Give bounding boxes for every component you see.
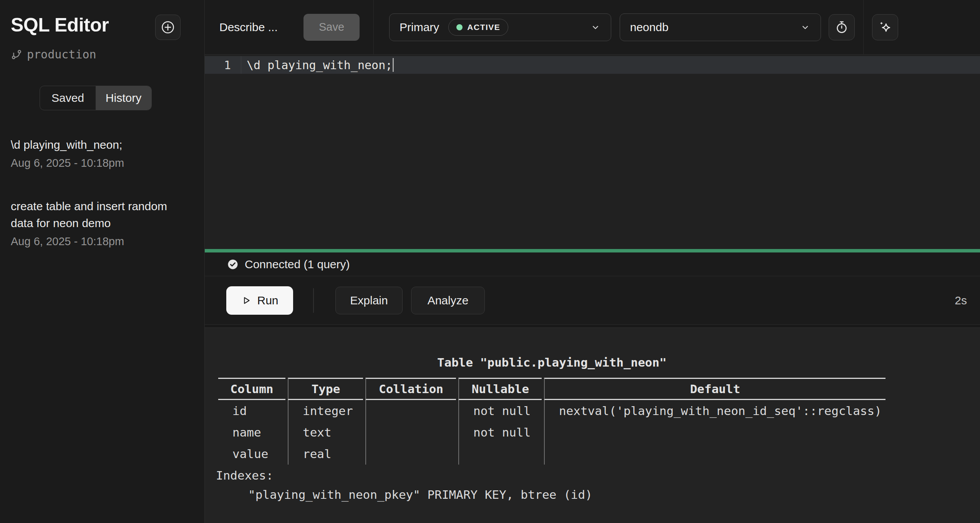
topbar: Describe ... Save Primary ACTIVE neondb <box>205 0 980 55</box>
sql-editor-app: SQL Editor pro <box>0 0 980 523</box>
plus-circle-icon <box>161 20 175 35</box>
connection-status-bar: Connected (1 query) <box>205 252 980 276</box>
column-header: Nullable <box>458 378 542 400</box>
page-title: SQL Editor <box>11 14 109 36</box>
table-cell: real <box>288 443 363 465</box>
ai-assist-button[interactable] <box>872 14 898 40</box>
history-item-date: Aug 6, 2025 - 10:18pm <box>11 235 189 248</box>
check-circle-icon <box>227 259 239 270</box>
column-header: Collation <box>365 378 456 400</box>
topbar-controls: Primary ACTIVE neondb <box>374 0 980 54</box>
history-item-title: create table and insert random data for … <box>11 198 189 232</box>
table-cell: name <box>218 422 285 443</box>
action-divider <box>313 288 314 313</box>
branch-select[interactable]: Primary ACTIVE <box>389 13 611 41</box>
history-item-title: \d playing_with_neon; <box>11 136 189 153</box>
topbar-query-section: Describe ... Save <box>205 0 374 54</box>
table-cell <box>365 400 456 422</box>
sidebar-header: SQL Editor <box>11 0 204 40</box>
explain-button[interactable]: Explain <box>335 287 403 314</box>
topbar-divider <box>863 0 864 54</box>
query-title: Describe ... <box>219 21 278 34</box>
chevron-down-icon <box>590 22 601 33</box>
table-header-row: Column Type Collation Nullable Default <box>218 378 885 400</box>
sidebar: SQL Editor pro <box>0 0 205 523</box>
indexes-section: Indexes: "playing_with_neon_pkey" PRIMAR… <box>216 468 980 501</box>
database-select-value: neondb <box>630 21 668 34</box>
table-row: value real <box>218 443 885 465</box>
stopwatch-icon <box>835 20 849 34</box>
table-cell: integer <box>288 400 363 422</box>
play-icon <box>241 295 252 306</box>
run-button[interactable]: Run <box>226 286 293 315</box>
history-item[interactable]: \d playing_with_neon; Aug 6, 2025 - 10:1… <box>11 136 189 169</box>
sql-code-editor[interactable]: 1 \d playing_with_neon; <box>205 55 980 249</box>
git-branch-icon <box>11 49 22 60</box>
table-row: id integer not null nextval('playing_wit… <box>218 400 885 422</box>
table-cell: not null <box>458 400 542 422</box>
tab-saved[interactable]: Saved <box>40 86 96 110</box>
table-cell <box>365 443 456 465</box>
branch-select-value: Primary <box>400 21 439 34</box>
sparkles-icon <box>878 20 892 35</box>
main-panel: Describe ... Save Primary ACTIVE neondb <box>205 0 980 523</box>
table-cell <box>544 443 885 465</box>
history-list: \d playing_with_neon; Aug 6, 2025 - 10:1… <box>11 136 204 248</box>
saved-history-toggle: Saved History <box>40 86 152 110</box>
section-gap <box>205 325 980 327</box>
table-cell: text <box>288 422 363 443</box>
table-cell: not null <box>458 422 542 443</box>
table-cell <box>365 422 456 443</box>
status-badge: ACTIVE <box>448 19 508 36</box>
code-line[interactable]: \d playing_with_neon; <box>241 58 394 72</box>
table-cell <box>544 422 885 443</box>
describe-table: Column Type Collation Nullable Default i… <box>216 378 888 465</box>
indexes-label: Indexes: <box>216 468 980 482</box>
branch-indicator: production <box>11 48 204 61</box>
code-text: \d playing_with_neon; <box>247 58 392 72</box>
table-cell <box>458 443 542 465</box>
column-header: Default <box>544 378 885 400</box>
line-number: 1 <box>205 56 241 74</box>
elapsed-time: 2s <box>955 294 969 307</box>
query-timing-button[interactable] <box>829 14 855 40</box>
status-badge-label: ACTIVE <box>467 23 500 32</box>
branch-name: production <box>27 48 96 61</box>
query-results-panel: Table "public.playing_with_neon" Column … <box>205 327 980 523</box>
result-table-title: Table "public.playing_with_neon" <box>216 355 888 369</box>
table-cell: id <box>218 400 285 422</box>
query-progress-bar <box>205 249 980 252</box>
new-query-button[interactable] <box>155 15 181 40</box>
table-row: name text not null <box>218 422 885 443</box>
history-item-date: Aug 6, 2025 - 10:18pm <box>11 157 189 169</box>
action-bar: Run Explain Analyze 2s <box>205 276 980 325</box>
run-button-label: Run <box>257 294 278 307</box>
save-button[interactable]: Save <box>303 14 360 41</box>
connection-status-text: Connected (1 query) <box>245 258 350 271</box>
analyze-button[interactable]: Analyze <box>411 287 485 314</box>
table-cell: nextval('playing_with_neon_id_seq'::regc… <box>544 400 885 422</box>
table-cell: value <box>218 443 285 465</box>
chevron-down-icon <box>800 22 811 33</box>
text-cursor <box>393 58 394 72</box>
index-definition: "playing_with_neon_pkey" PRIMARY KEY, bt… <box>216 488 980 501</box>
active-status-dot <box>456 24 463 30</box>
history-item[interactable]: create table and insert random data for … <box>11 198 189 248</box>
column-header: Type <box>288 378 363 400</box>
tab-history[interactable]: History <box>96 86 151 110</box>
column-header: Column <box>218 378 285 400</box>
database-select[interactable]: neondb <box>620 13 821 41</box>
editor-active-line[interactable]: 1 \d playing_with_neon; <box>205 56 980 74</box>
